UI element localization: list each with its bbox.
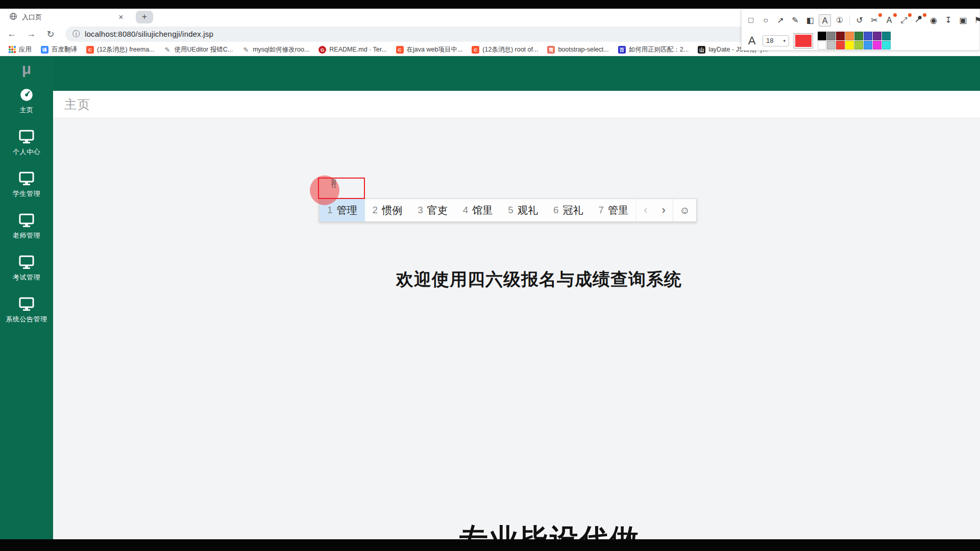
font-size-select[interactable]: 18 ▾ [763, 35, 789, 46]
site-info-icon[interactable]: ⓘ [72, 30, 80, 39]
candidate-text: 管里 [608, 204, 628, 217]
ime-prev-page-icon[interactable]: ‹ [636, 199, 654, 221]
pencil-tool-icon[interactable]: ✎ [789, 14, 801, 27]
rectangle-tool-icon[interactable]: □ [745, 14, 757, 27]
candidate-number: 2 [373, 205, 378, 216]
sidebar-item-home[interactable]: 主页 [0, 83, 53, 124]
palette-swatch[interactable] [845, 41, 854, 49]
text-tool-icon[interactable]: A [819, 14, 831, 27]
mosaic-tool-icon[interactable]: ◧ [804, 14, 816, 27]
ellipse-tool-icon[interactable]: ○ [760, 14, 772, 27]
sidebar-item-label: 考试管理 [13, 273, 40, 281]
palette-swatch[interactable] [818, 32, 826, 40]
bookmark-gitee-readme[interactable]: GREADME.md · Ter... [314, 44, 391, 55]
bookmark-baidu-translate[interactable]: 译百度翻译 [36, 44, 82, 55]
palette-swatch[interactable] [854, 32, 863, 40]
palette-swatch[interactable] [882, 32, 891, 40]
pen-icon: ✎ [164, 46, 172, 54]
candidate-number: 5 [508, 205, 513, 216]
welcome-title: 欢迎使用四六级报名与成绩查询系统 [53, 268, 980, 291]
sidebar-item-label: 主页 [20, 106, 34, 114]
sidebar-item-exams[interactable]: 考试管理 [0, 250, 53, 292]
back-icon[interactable]: ← [4, 29, 19, 39]
bookmark-apps[interactable]: 应用 [4, 44, 36, 55]
bookmark-csdn-freemarker[interactable]: C(12条消息) freema... [82, 44, 159, 55]
candidate-number: 7 [598, 205, 604, 216]
palette-swatch[interactable] [827, 41, 836, 49]
bookmark-label: README.md · Ter... [329, 46, 386, 53]
ocr-scissors-icon[interactable]: ✂ [868, 14, 880, 27]
bookmark-label: 应用 [19, 45, 32, 54]
resize-expand-icon[interactable]: ⤢ [898, 14, 910, 27]
sidebar-item-label: 老师管理 [13, 232, 40, 239]
bookmark-regex[interactable]: 百如何用正则匹配：2... [614, 44, 693, 55]
ime-candidate[interactable]: 3官吏 [410, 199, 455, 221]
candidate-text: 管理 [337, 204, 357, 217]
undo-icon[interactable]: ↺ [853, 14, 866, 27]
screen: 入口页 × + ← → ↻ ⓘ localhost:8080/siliujich… [0, 0, 980, 551]
browser-tab[interactable]: 入口页 × [4, 10, 131, 24]
palette-swatch[interactable] [882, 41, 891, 49]
page-header-band [53, 56, 980, 91]
candidate-text: 惯例 [382, 204, 402, 217]
sidebar-item-profile[interactable]: 个人中心 [0, 124, 53, 166]
sidebar: μ 主页个人中心学生管理老师管理考试管理系统公告管理 [0, 56, 53, 551]
sidebar-item-students[interactable]: 学生管理 [0, 166, 53, 208]
ime-candidate[interactable]: 2惯例 [365, 199, 410, 221]
bookmark-mysql-root[interactable]: ✎mysql如何修改roo... [237, 44, 314, 55]
toolbar-separator [849, 15, 850, 26]
sidebar-item-teachers[interactable]: 老师管理 [0, 208, 53, 250]
palette-swatch[interactable] [864, 32, 872, 40]
new-tab-button[interactable]: + [136, 11, 153, 23]
badge: 山 [698, 46, 705, 54]
badge: 简 [547, 46, 555, 54]
forward-icon[interactable]: → [23, 29, 39, 39]
screenshot-tool-window: □○↗✎◧A①↺✂A⤢◉↧▣⚑ A 18 ▾ [741, 9, 980, 51]
bookmark-flag-icon[interactable]: ⚑ [972, 14, 980, 27]
bookmark-bootstrap-select[interactable]: 简bootstrap-select... [543, 44, 613, 55]
ime-candidate[interactable]: 6冠礼 [546, 199, 591, 221]
badge: C [396, 46, 404, 54]
badge: 译 [41, 46, 48, 54]
ime-next-page-icon[interactable]: › [654, 199, 673, 221]
candidate-text: 冠礼 [562, 204, 583, 217]
step-number-tool-icon[interactable]: ① [834, 14, 846, 27]
palette-swatch[interactable] [818, 41, 826, 49]
palette-swatch[interactable] [827, 32, 836, 40]
candidate-text: 馆里 [472, 204, 493, 217]
save-download-icon[interactable]: ↧ [942, 14, 954, 27]
sidebar-item-label: 系统公告管理 [6, 315, 47, 323]
bookmark-csdn-root[interactable]: C(12条消息) root of... [467, 44, 543, 55]
tab-home[interactable]: 主页 [53, 91, 980, 118]
monitor-icon [0, 213, 53, 231]
palette-swatch[interactable] [873, 41, 881, 49]
notification-dot [908, 13, 912, 17]
palette-swatch[interactable] [854, 41, 863, 49]
notification-dot [923, 13, 926, 17]
bookmark-javaweb[interactable]: C在java web项目中... [391, 44, 468, 55]
copy-device-icon[interactable]: ▣ [957, 14, 969, 27]
ime-candidate[interactable]: 5观礼 [500, 199, 546, 221]
palette-swatch[interactable] [864, 41, 872, 49]
ime-candidate[interactable]: 4馆里 [455, 199, 501, 221]
sidebar-item-label: 个人中心 [13, 148, 40, 156]
palette-swatch[interactable] [845, 32, 854, 40]
palette-swatch[interactable] [873, 32, 881, 40]
ime-candidate[interactable]: 7管里 [591, 199, 636, 221]
current-color-swatch[interactable] [794, 33, 813, 48]
sidebar-item-notices[interactable]: 系统公告管理 [0, 292, 53, 334]
page-content: 欢迎使用四六级报名与成绩查询系统 专业毕设代做 1管理2惯例3官吏4馆里5观礼6… [53, 118, 980, 551]
translate-icon[interactable]: A [883, 14, 895, 27]
pin-icon[interactable] [913, 14, 925, 27]
ime-composition-text: guanli [331, 179, 337, 189]
bookmark-ueditor[interactable]: ✎使用UEditor 报错C... [159, 44, 238, 55]
record-icon[interactable]: ◉ [927, 14, 940, 27]
palette-swatch[interactable] [836, 41, 845, 49]
reload-icon[interactable]: ↻ [43, 29, 58, 40]
ime-emoji-icon[interactable]: ☺ [673, 199, 696, 221]
close-tab-icon[interactable]: × [116, 13, 126, 22]
bookmark-label: 使用UEditor 报错C... [175, 45, 233, 54]
palette-swatch[interactable] [836, 32, 845, 40]
arrow-tool-icon[interactable]: ↗ [774, 14, 787, 27]
bookmark-label: bootstrap-select... [558, 46, 608, 53]
